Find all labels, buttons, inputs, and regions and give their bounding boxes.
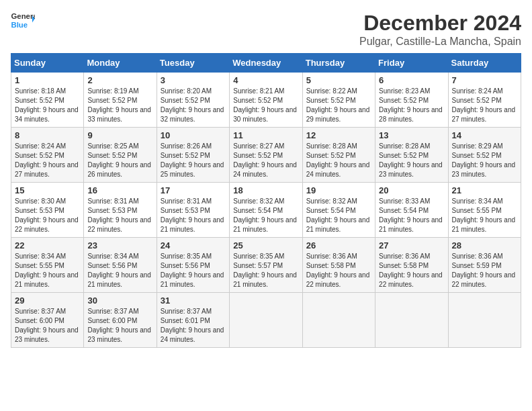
col-saturday: Saturday: [448, 54, 521, 73]
day-info: Sunrise: 8:34 AMSunset: 5:55 PMDaylight:…: [452, 197, 517, 234]
col-tuesday: Tuesday: [157, 54, 229, 73]
day-info: Sunrise: 8:31 AMSunset: 5:53 PMDaylight:…: [87, 197, 152, 234]
day-info: Sunrise: 8:35 AMSunset: 5:57 PMDaylight:…: [233, 252, 298, 289]
table-row: 14Sunrise: 8:29 AMSunset: 5:52 PMDayligh…: [448, 128, 521, 183]
day-info: Sunrise: 8:36 AMSunset: 5:58 PMDaylight:…: [379, 252, 444, 289]
day-number: 26: [306, 240, 371, 250]
day-number: 2: [87, 75, 152, 85]
table-row: [302, 293, 375, 348]
day-info: Sunrise: 8:21 AMSunset: 5:52 PMDaylight:…: [233, 87, 298, 124]
day-number: 8: [15, 130, 80, 140]
day-info: Sunrise: 8:32 AMSunset: 5:54 PMDaylight:…: [306, 197, 371, 234]
table-row: 4Sunrise: 8:21 AMSunset: 5:52 PMDaylight…: [230, 73, 302, 128]
table-row: 13Sunrise: 8:28 AMSunset: 5:52 PMDayligh…: [375, 128, 448, 183]
table-row: 31Sunrise: 8:37 AMSunset: 6:01 PMDayligh…: [157, 293, 229, 348]
day-info: Sunrise: 8:27 AMSunset: 5:52 PMDaylight:…: [233, 142, 298, 179]
day-info: Sunrise: 8:24 AMSunset: 5:52 PMDaylight:…: [452, 87, 517, 124]
day-info: Sunrise: 8:34 AMSunset: 5:56 PMDaylight:…: [87, 252, 152, 289]
col-friday: Friday: [375, 54, 448, 73]
day-info: Sunrise: 8:32 AMSunset: 5:54 PMDaylight:…: [233, 197, 298, 234]
day-info: Sunrise: 8:29 AMSunset: 5:52 PMDaylight:…: [452, 142, 517, 179]
day-info: Sunrise: 8:30 AMSunset: 5:53 PMDaylight:…: [15, 197, 80, 234]
day-info: Sunrise: 8:18 AMSunset: 5:52 PMDaylight:…: [15, 87, 80, 124]
col-sunday: Sunday: [11, 54, 84, 73]
table-row: 24Sunrise: 8:35 AMSunset: 5:56 PMDayligh…: [157, 238, 229, 293]
day-number: 15: [15, 185, 80, 195]
col-monday: Monday: [84, 54, 157, 73]
day-info: Sunrise: 8:37 AMSunset: 6:01 PMDaylight:…: [161, 307, 226, 345]
day-number: 13: [379, 130, 444, 140]
day-info: Sunrise: 8:35 AMSunset: 5:56 PMDaylight:…: [161, 252, 226, 289]
calendar-table: Sunday Monday Tuesday Wednesday Thursday…: [11, 53, 521, 348]
svg-text:Blue: Blue: [11, 21, 28, 29]
table-row: 17Sunrise: 8:31 AMSunset: 5:53 PMDayligh…: [157, 183, 229, 238]
day-number: 25: [233, 240, 298, 250]
table-row: 5Sunrise: 8:22 AMSunset: 5:52 PMDaylight…: [302, 73, 375, 128]
day-number: 29: [15, 295, 80, 306]
table-row: 27Sunrise: 8:36 AMSunset: 5:58 PMDayligh…: [375, 238, 448, 293]
calendar-week-row: 8Sunrise: 8:24 AMSunset: 5:52 PMDaylight…: [11, 128, 521, 183]
day-info: Sunrise: 8:34 AMSunset: 5:55 PMDaylight:…: [15, 252, 80, 289]
day-number: 9: [87, 130, 152, 140]
table-row: 19Sunrise: 8:32 AMSunset: 5:54 PMDayligh…: [302, 183, 375, 238]
day-number: 7: [452, 75, 517, 85]
table-row: 30Sunrise: 8:37 AMSunset: 6:00 PMDayligh…: [84, 293, 157, 348]
day-info: Sunrise: 8:28 AMSunset: 5:52 PMDaylight:…: [379, 142, 444, 179]
day-info: Sunrise: 8:24 AMSunset: 5:52 PMDaylight:…: [15, 142, 80, 179]
page-title: December 2024: [359, 11, 521, 36]
table-row: 28Sunrise: 8:36 AMSunset: 5:59 PMDayligh…: [448, 238, 521, 293]
day-number: 17: [161, 185, 226, 195]
day-info: Sunrise: 8:25 AMSunset: 5:52 PMDaylight:…: [87, 142, 152, 179]
table-row: 1Sunrise: 8:18 AMSunset: 5:52 PMDaylight…: [11, 73, 84, 128]
day-info: Sunrise: 8:36 AMSunset: 5:58 PMDaylight:…: [306, 252, 371, 289]
table-row: 20Sunrise: 8:33 AMSunset: 5:54 PMDayligh…: [375, 183, 448, 238]
day-info: Sunrise: 8:33 AMSunset: 5:54 PMDaylight:…: [379, 197, 444, 234]
table-row: 25Sunrise: 8:35 AMSunset: 5:57 PMDayligh…: [230, 238, 302, 293]
day-number: 30: [87, 295, 152, 306]
day-number: 3: [161, 75, 226, 85]
table-row: 12Sunrise: 8:28 AMSunset: 5:52 PMDayligh…: [302, 128, 375, 183]
day-number: 10: [161, 130, 226, 140]
day-number: 19: [306, 185, 371, 195]
table-row: 2Sunrise: 8:19 AMSunset: 5:52 PMDaylight…: [84, 73, 157, 128]
calendar-week-row: 29Sunrise: 8:37 AMSunset: 6:00 PMDayligh…: [11, 293, 521, 348]
day-number: 24: [161, 240, 226, 250]
col-thursday: Thursday: [302, 54, 375, 73]
table-row: [230, 293, 302, 348]
day-number: 23: [87, 240, 152, 250]
calendar-week-row: 22Sunrise: 8:34 AMSunset: 5:55 PMDayligh…: [11, 238, 521, 293]
table-row: [375, 293, 448, 348]
table-row: 15Sunrise: 8:30 AMSunset: 5:53 PMDayligh…: [11, 183, 84, 238]
day-info: Sunrise: 8:31 AMSunset: 5:53 PMDaylight:…: [161, 197, 226, 234]
page-subtitle: Pulgar, Castille-La Mancha, Spain: [359, 36, 521, 48]
calendar-week-row: 1Sunrise: 8:18 AMSunset: 5:52 PMDaylight…: [11, 73, 521, 128]
table-row: 11Sunrise: 8:27 AMSunset: 5:52 PMDayligh…: [230, 128, 302, 183]
day-number: 4: [233, 75, 298, 85]
table-row: 7Sunrise: 8:24 AMSunset: 5:52 PMDaylight…: [448, 73, 521, 128]
table-row: 6Sunrise: 8:23 AMSunset: 5:52 PMDaylight…: [375, 73, 448, 128]
day-info: Sunrise: 8:37 AMSunset: 6:00 PMDaylight:…: [87, 307, 152, 345]
table-row: 18Sunrise: 8:32 AMSunset: 5:54 PMDayligh…: [230, 183, 302, 238]
day-info: Sunrise: 8:20 AMSunset: 5:52 PMDaylight:…: [161, 87, 226, 124]
logo: General Blue: [11, 11, 35, 30]
table-row: 10Sunrise: 8:26 AMSunset: 5:52 PMDayligh…: [157, 128, 229, 183]
day-info: Sunrise: 8:23 AMSunset: 5:52 PMDaylight:…: [379, 87, 444, 124]
table-row: 3Sunrise: 8:20 AMSunset: 5:52 PMDaylight…: [157, 73, 229, 128]
day-number: 16: [87, 185, 152, 195]
day-number: 20: [379, 185, 444, 195]
table-row: 23Sunrise: 8:34 AMSunset: 5:56 PMDayligh…: [84, 238, 157, 293]
day-number: 1: [15, 75, 80, 85]
table-row: 21Sunrise: 8:34 AMSunset: 5:55 PMDayligh…: [448, 183, 521, 238]
table-row: 9Sunrise: 8:25 AMSunset: 5:52 PMDaylight…: [84, 128, 157, 183]
table-row: [448, 293, 521, 348]
title-area: December 2024 Pulgar, Castille-La Mancha…: [359, 11, 521, 48]
calendar-header-row: Sunday Monday Tuesday Wednesday Thursday…: [11, 54, 521, 73]
calendar-week-row: 15Sunrise: 8:30 AMSunset: 5:53 PMDayligh…: [11, 183, 521, 238]
table-row: 16Sunrise: 8:31 AMSunset: 5:53 PMDayligh…: [84, 183, 157, 238]
day-number: 31: [161, 295, 226, 306]
table-row: 26Sunrise: 8:36 AMSunset: 5:58 PMDayligh…: [302, 238, 375, 293]
day-number: 14: [452, 130, 517, 140]
day-info: Sunrise: 8:26 AMSunset: 5:52 PMDaylight:…: [161, 142, 226, 179]
day-number: 6: [379, 75, 444, 85]
day-number: 27: [379, 240, 444, 250]
